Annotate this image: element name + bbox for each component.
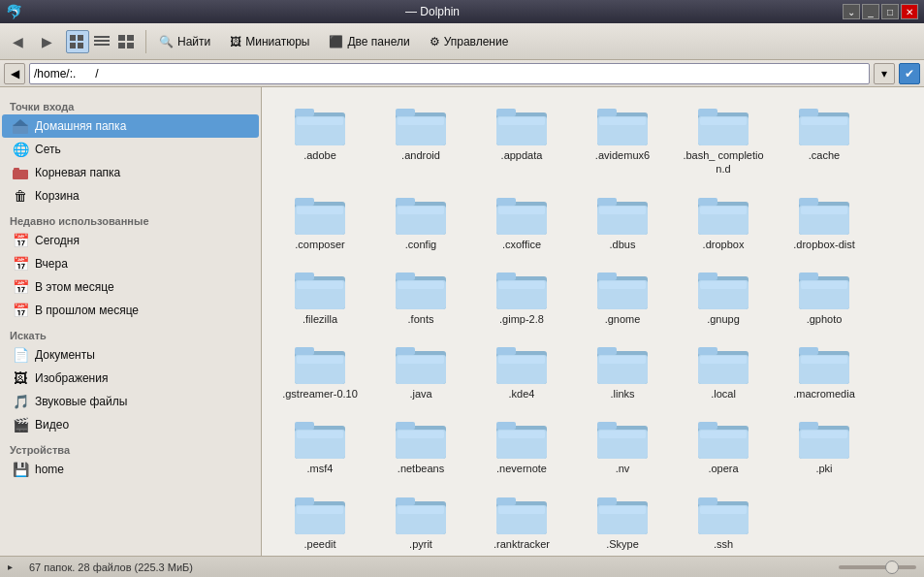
sidebar-item-root[interactable]: Корневая папка [2, 161, 259, 184]
list-item[interactable]: .ranktracker [473, 486, 570, 556]
folder-icon [597, 267, 648, 309]
zoom-slider[interactable] [839, 565, 916, 569]
sidebar-item-trash[interactable]: 🗑 Корзина [2, 184, 259, 208]
list-item[interactable]: .gstreamer-0.10 [271, 336, 368, 406]
svg-rect-94 [398, 356, 444, 364]
list-item[interactable]: .composer [271, 186, 368, 257]
device-home-icon: 💾 [12, 461, 29, 478]
list-item[interactable]: .gimp-2.8 [473, 261, 570, 332]
sidebar-item-home[interactable]: Домашняя папка [2, 114, 259, 138]
sidebar-item-images[interactable]: 🖼 Изображения [2, 367, 259, 390]
list-item[interactable]: .fonts [372, 261, 469, 332]
svg-rect-78 [599, 281, 646, 289]
svg-rect-60 [799, 198, 818, 206]
svg-rect-146 [498, 506, 545, 514]
list-item[interactable]: .gnupg [675, 261, 772, 332]
svg-rect-136 [295, 497, 314, 505]
forward-button[interactable]: ▶ [33, 28, 60, 55]
list-item[interactable]: .avidemux6 [574, 97, 671, 182]
list-item[interactable]: .adobe [271, 97, 368, 182]
sidebar-item-today[interactable]: 📅 Сегодня [2, 229, 259, 252]
list-item[interactable]: .kde4 [473, 336, 570, 406]
find-icon: 🔍 [159, 35, 174, 48]
folder-icon [295, 192, 345, 235]
list-item[interactable]: .filezilla [271, 261, 368, 332]
svg-rect-90 [297, 356, 343, 364]
address-confirm-btn[interactable]: ✔ [899, 63, 920, 84]
sidebar-item-network[interactable]: 🌐 Сеть [2, 138, 259, 161]
file-label: .cxoffice [502, 238, 541, 251]
file-area: .adobe .android [262, 87, 924, 556]
list-item[interactable]: .ssh [675, 486, 772, 556]
back-button[interactable]: ◀ [4, 28, 31, 55]
view-compact-button[interactable] [114, 30, 138, 53]
list-item[interactable]: .gnome [574, 261, 671, 332]
file-label: .kde4 [509, 387, 535, 401]
sidebar-item-last-month-label: В прошлом месяце [35, 304, 139, 317]
list-item[interactable]: .pyrit [372, 486, 469, 556]
audio-icon: 🎵 [12, 393, 29, 410]
folder-icon [295, 267, 345, 309]
file-label: .composer [295, 238, 344, 251]
zoom-slider-thumb[interactable] [885, 561, 899, 574]
list-item[interactable]: .dropbox-dist [776, 186, 873, 257]
sidebar-item-video[interactable]: 🎬 Видео [2, 413, 259, 436]
list-item[interactable]: .cxoffice [473, 186, 570, 257]
sidebar-item-device-home[interactable]: 💾 home [2, 458, 259, 481]
list-item[interactable]: .netbeans [372, 410, 469, 481]
list-item[interactable]: .msf4 [271, 410, 368, 481]
folder-icon [396, 492, 446, 534]
list-item[interactable]: .android [372, 97, 469, 182]
svg-rect-48 [496, 198, 516, 206]
address-dropdown-btn[interactable]: ▾ [874, 63, 895, 84]
file-label: .macromedia [793, 387, 855, 401]
address-back-icon: ◀ [11, 67, 19, 80]
titlebar-maximize-btn[interactable]: □ [881, 4, 899, 19]
sidebar-item-yesterday[interactable]: 📅 Вчера [2, 252, 259, 275]
two-panels-button[interactable]: ⬛ Две панели [320, 31, 418, 52]
list-item[interactable]: .pki [776, 410, 873, 481]
manage-button[interactable]: ⚙ Управление [421, 31, 518, 52]
view-list-button[interactable] [90, 30, 113, 53]
thumbnails-button[interactable]: 🖼 Миниатюры [221, 31, 318, 52]
list-item[interactable]: .java [372, 336, 469, 406]
sidebar-item-audio[interactable]: 🎵 Звуковые файлы [2, 390, 259, 413]
find-button[interactable]: 🔍 Найти [150, 31, 219, 52]
titlebar-close-btn[interactable]: ✕ [901, 4, 918, 19]
list-item[interactable]: .links [574, 336, 671, 406]
list-item[interactable]: .appdata [473, 97, 570, 182]
view-icons-button[interactable] [66, 30, 89, 53]
address-input[interactable] [29, 63, 870, 84]
list-item[interactable]: .cache [776, 97, 873, 182]
sidebar-item-last-month[interactable]: 📅 В прошлом месяце [2, 299, 259, 322]
list-item[interactable]: .config [372, 186, 469, 257]
list-item[interactable]: .nevernote [473, 410, 570, 481]
list-item[interactable]: .macromedia [776, 336, 873, 406]
trash-icon: 🗑 [12, 187, 29, 205]
statusbar-expand-btn[interactable]: ▸ [8, 561, 21, 572]
home-folder-icon [12, 117, 29, 135]
sidebar-item-device-home-label: home [35, 463, 64, 476]
folder-icon [496, 492, 547, 534]
manage-label: Управление [444, 35, 509, 48]
titlebar-minimize-btn[interactable]: _ [862, 4, 879, 19]
list-item[interactable]: .gphoto [776, 261, 873, 332]
list-item[interactable]: .nv [574, 410, 671, 481]
list-item[interactable]: .bash_ completion.d [675, 97, 772, 182]
sidebar-item-documents[interactable]: 📄 Документы [2, 343, 259, 367]
list-item[interactable]: .Skype [574, 486, 671, 556]
folder-icon [698, 416, 749, 459]
folder-icon [496, 103, 547, 145]
svg-rect-80 [698, 272, 717, 280]
file-label: .gnome [605, 312, 641, 326]
list-item[interactable]: .opera [675, 410, 772, 481]
folder-icon [396, 267, 446, 309]
sidebar-item-this-month[interactable]: 📅 В этом месяце [2, 275, 259, 299]
titlebar-menu-btn[interactable]: ⌄ [843, 4, 860, 19]
list-item[interactable]: .local [675, 336, 772, 406]
list-item[interactable]: .dbus [574, 186, 671, 257]
list-item[interactable]: .peedit [271, 486, 368, 556]
folder-icon [698, 492, 749, 534]
address-back-btn[interactable]: ◀ [4, 63, 25, 84]
list-item[interactable]: .dropbox [675, 186, 772, 257]
